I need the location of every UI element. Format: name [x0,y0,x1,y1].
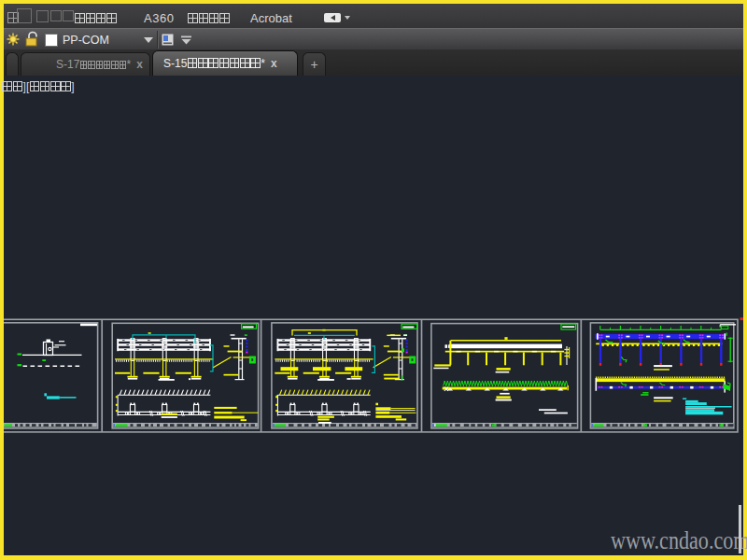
svg-text:PP-COM: PP-COM [63,34,109,47]
